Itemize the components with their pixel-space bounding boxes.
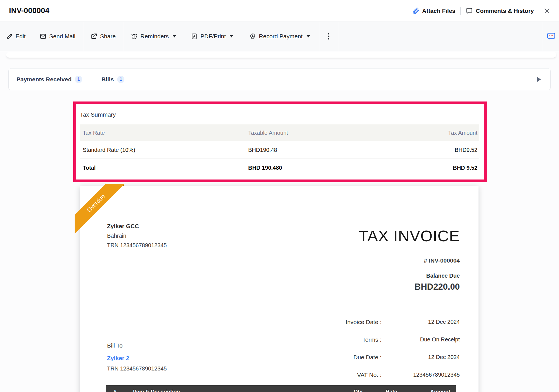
close-button[interactable]: [543, 7, 551, 15]
bills-label: Bills: [101, 76, 114, 83]
invoice-meta-block: Invoice Date : 12 Dec 2024 Terms : Due O…: [298, 313, 460, 384]
chevron-down-icon: [307, 35, 310, 37]
total-taxable-value: BHD 190.480: [248, 165, 392, 171]
col-qty: Qty: [354, 389, 363, 392]
record-payment-icon: [249, 33, 256, 40]
kebab-menu-icon: [325, 32, 332, 40]
alarm-clock-icon: [131, 33, 138, 40]
items-table-header: # Item & Description Qty Rate Amount: [106, 385, 456, 392]
comments-history-label: Comments & History: [476, 8, 534, 14]
tab-payments-received[interactable]: Payments Received 1: [9, 69, 94, 90]
meta-row-invoice-date: Invoice Date : 12 Dec 2024: [298, 313, 460, 331]
invoice-preview: Overdue Zylker GCC Bahrain TRN 123456789…: [80, 186, 479, 392]
balance-due-value: BHD220.00: [414, 282, 460, 292]
col-item-description: Item & Description: [133, 389, 180, 392]
tabs-scroll-right-icon[interactable]: [537, 77, 541, 82]
scrolled-card-edge: [6, 52, 556, 58]
header-actions: Attach Files Comments & History: [412, 7, 551, 15]
tax-summary-table: Tax Rate Taxable Amount Tax Amount Stand…: [80, 124, 479, 177]
tax-summary-title: Tax Summary: [80, 111, 479, 118]
comment-bubble-icon: [466, 7, 473, 15]
chat-panel-button[interactable]: [543, 22, 559, 51]
payments-received-count-badge: 1: [75, 76, 82, 83]
send-mail-button[interactable]: Send Mail: [32, 22, 83, 51]
chevron-down-icon: [173, 35, 176, 37]
pdf-file-icon: [191, 33, 198, 40]
reminders-label: Reminders: [140, 33, 169, 40]
attach-files-label: Attach Files: [422, 8, 455, 14]
more-options-button[interactable]: [319, 22, 338, 51]
close-icon: [543, 7, 551, 15]
attach-files-button[interactable]: Attach Files: [412, 7, 455, 14]
col-tax-rate: Tax Rate: [80, 130, 248, 136]
customer-link[interactable]: Zylker 2: [107, 355, 167, 362]
terms-label: Terms :: [298, 336, 382, 343]
balance-due-label: Balance Due: [414, 273, 460, 279]
col-tax-amount: Tax Amount: [392, 130, 479, 136]
seller-trn: TRN 123456789012345: [107, 240, 167, 250]
tax-table-header-row: Tax Rate Taxable Amount Tax Amount: [80, 124, 479, 141]
seller-name: Zylker GCC: [107, 221, 167, 231]
tax-total-row: Total BHD 190.480 BHD 9.52: [80, 159, 479, 177]
invoice-date-label: Invoice Date :: [298, 319, 382, 325]
record-payment-button[interactable]: Record Payment: [240, 22, 319, 51]
invoice-number: # INV-000004: [424, 257, 460, 264]
invoice-date-value: 12 Dec 2024: [382, 319, 460, 325]
reminders-button[interactable]: Reminders: [123, 22, 184, 51]
share-label: Share: [100, 33, 116, 40]
edit-label: Edit: [15, 33, 25, 40]
chevron-down-icon: [230, 35, 233, 37]
action-toolbar: Edit Send Mail Share Reminders: [0, 22, 559, 51]
meta-row-terms: Terms : Due On Receipt: [298, 331, 460, 348]
tax-summary-highlight-box: Tax Summary Tax Rate Taxable Amount Tax …: [73, 101, 487, 182]
document-title: TAX INVOICE: [359, 227, 460, 245]
pdf-print-label: PDF/Print: [200, 33, 226, 40]
seller-country: Bahrain: [107, 231, 167, 240]
col-amount: Amount: [430, 389, 450, 392]
related-tabs-card: Payments Received 1 Bills 1: [8, 68, 551, 90]
customer-trn: TRN 123456789012345: [107, 365, 167, 372]
vat-no-value: 123456789012345: [382, 372, 460, 378]
page-title: INV-000004: [9, 6, 49, 15]
due-date-label: Due Date :: [298, 354, 382, 361]
vat-no-label: VAT No. :: [298, 372, 382, 378]
balance-due-block: Balance Due BHD220.00: [414, 273, 460, 292]
tab-bills[interactable]: Bills 1: [94, 69, 132, 90]
tax-summary-panel: Tax Summary Tax Rate Taxable Amount Tax …: [76, 104, 484, 177]
total-label: Total: [80, 165, 248, 171]
chat-bubble-icon: [546, 31, 556, 42]
share-button[interactable]: Share: [83, 22, 123, 51]
pdf-print-button[interactable]: PDF/Print: [184, 22, 240, 51]
terms-value: Due On Receipt: [382, 336, 460, 343]
invoice-detail-page: INV-000004 Attach Files Comments & Histo…: [0, 0, 559, 392]
meta-row-vat-no: VAT No. : 123456789012345: [298, 366, 460, 384]
total-tax-value: BHD 9.52: [392, 165, 479, 171]
due-date-value: 12 Dec 2024: [382, 354, 460, 360]
bill-to-label: Bill To: [107, 342, 167, 349]
taxable-amount-value: BHD190.48: [248, 147, 392, 153]
payments-received-label: Payments Received: [16, 76, 72, 83]
overdue-label: Overdue: [86, 193, 106, 214]
send-mail-label: Send Mail: [49, 33, 75, 40]
header-divider: [460, 7, 461, 15]
envelope-icon: [40, 33, 46, 40]
tax-amount-value: BHD9.52: [392, 147, 479, 153]
edit-button[interactable]: Edit: [0, 22, 32, 51]
meta-row-due-date: Due Date : 12 Dec 2024: [298, 348, 460, 366]
bill-to-block: Bill To Zylker 2 TRN 123456789012345: [107, 342, 167, 372]
record-payment-label: Record Payment: [259, 33, 302, 40]
table-row: Standard Rate (10%) BHD190.48 BHD9.52: [80, 141, 479, 159]
bills-count-badge: 1: [117, 76, 124, 83]
comments-history-button[interactable]: Comments & History: [466, 7, 534, 15]
col-taxable-amount: Taxable Amount: [248, 130, 392, 136]
pencil-icon: [6, 33, 13, 40]
col-item-number: #: [113, 389, 117, 392]
col-rate: Rate: [386, 389, 397, 392]
seller-block: Zylker GCC Bahrain TRN 123456789012345: [107, 221, 167, 250]
paperclip-icon: [412, 7, 419, 14]
tax-rate-value: Standard Rate (10%): [80, 147, 248, 153]
app-header: INV-000004 Attach Files Comments & Histo…: [0, 0, 559, 22]
share-icon: [91, 33, 97, 40]
